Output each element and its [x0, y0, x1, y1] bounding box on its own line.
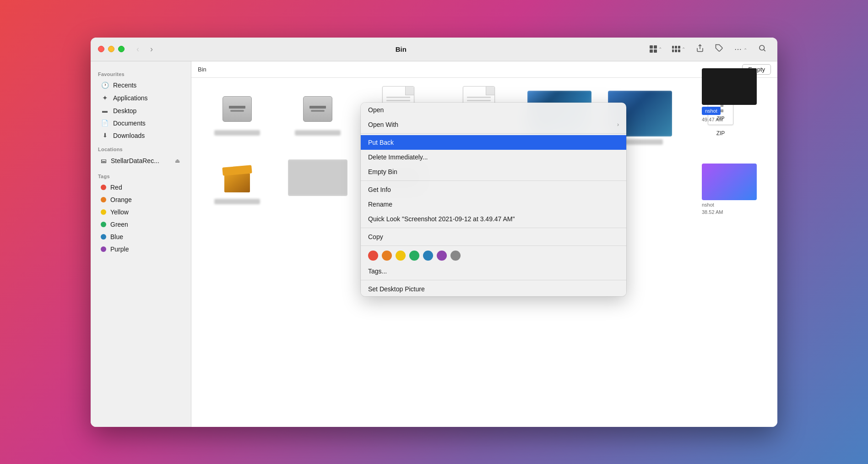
menu-item-rename[interactable]: Rename: [361, 197, 626, 212]
menu-rename-label: Rename: [368, 201, 392, 208]
right-panel: nshot 49.47 AM nshot 38.52 AM: [695, 61, 777, 427]
chevron-down-icon: ⌃: [658, 47, 662, 52]
sidebar-item-tag-orange[interactable]: Orange: [93, 194, 188, 206]
sidebar-item-tag-yellow[interactable]: Yellow: [93, 206, 188, 218]
menu-item-open[interactable]: Open: [361, 103, 626, 117]
file-item-blurred1[interactable]: [281, 156, 354, 208]
more-button[interactable]: ⋯ ⌃: [731, 43, 751, 56]
maximize-button[interactable]: [118, 46, 125, 52]
back-button[interactable]: ‹: [134, 43, 142, 56]
menu-item-empty-bin[interactable]: Empty Bin: [361, 164, 626, 179]
separator-1: [361, 133, 626, 134]
favourites-label: Favourites: [91, 67, 191, 79]
svg-point-2: [760, 45, 765, 50]
separator-4: [361, 246, 626, 246]
color-dot-red[interactable]: [368, 251, 378, 261]
sidebar-item-tag-red[interactable]: Red: [93, 181, 188, 193]
purple-tag-dot: [101, 246, 106, 252]
blur-bg-3: [288, 159, 347, 196]
sidebar-item-label: Downloads: [113, 132, 145, 139]
context-menu: Open Open With › Put Back Delete Immedia…: [361, 103, 626, 296]
sidebar-item-recents[interactable]: 🕐 Recents: [93, 79, 188, 91]
tag-icon: [715, 44, 723, 52]
color-dot-green[interactable]: [409, 251, 419, 261]
menu-set-desktop-label: Set Desktop Picture: [368, 285, 425, 293]
menu-item-copy[interactable]: Copy: [361, 229, 626, 244]
screenshot-time2: 38.52 AM: [702, 209, 770, 215]
menu-item-quick-look[interactable]: Quick Look "Screenshot 2021-09-12 at 3.4…: [361, 212, 626, 226]
close-button[interactable]: [98, 46, 104, 52]
separator-2: [361, 180, 626, 181]
chevron-down-icon-3: ⌃: [743, 48, 747, 53]
menu-item-open-with[interactable]: Open With ›: [361, 117, 626, 132]
menu-item-put-back[interactable]: Put Back: [361, 135, 626, 150]
color-dot-blue[interactable]: [423, 251, 433, 261]
separator-3: [361, 228, 626, 228]
sidebar-item-applications[interactable]: ✦ Applications: [93, 92, 188, 104]
tag-label: Yellow: [110, 208, 129, 216]
drive-slot-2: [309, 106, 326, 109]
color-dot-gray[interactable]: [450, 251, 461, 261]
menu-item-get-info[interactable]: Get Info: [361, 182, 626, 197]
tag-label: Blue: [110, 233, 123, 240]
eject-button[interactable]: ⏏: [174, 157, 181, 165]
sidebar-item-downloads[interactable]: ⬇ Downloads: [93, 130, 188, 142]
tag-label: Orange: [110, 196, 132, 203]
separator-5: [361, 280, 626, 280]
titlebar: ‹ › Bin ⌃ ⌃: [91, 38, 777, 61]
desktop-icon: ▬: [101, 108, 109, 114]
color-dot-yellow[interactable]: [396, 251, 406, 261]
gallery-view-icon: [672, 46, 680, 52]
downloads-icon: ⬇: [101, 132, 109, 139]
file-name-blurred-2: [295, 130, 341, 136]
doc-line: [467, 97, 491, 98]
package-name: [214, 199, 260, 204]
gallery-view-button[interactable]: ⌃: [669, 44, 689, 55]
minimize-button[interactable]: [108, 46, 114, 52]
documents-icon: 📄: [101, 120, 109, 126]
sidebar-item-tag-blue[interactable]: Blue: [93, 231, 188, 243]
tag-button[interactable]: [711, 42, 727, 56]
screenshot-time1: 49.47 AM: [702, 117, 770, 122]
finder-window: ‹ › Bin ⌃ ⌃: [91, 38, 777, 427]
forward-button[interactable]: ›: [147, 43, 156, 56]
menu-tags-label: Tags...: [368, 267, 387, 275]
menu-quick-look-label: Quick Look "Screenshot 2021-09-12 at 3.4…: [368, 215, 515, 223]
blur-thumbnail-3: [288, 159, 347, 196]
color-dot-purple[interactable]: [437, 251, 447, 261]
grid-view-icon: [650, 45, 657, 53]
menu-item-set-desktop[interactable]: Set Desktop Picture: [361, 282, 626, 296]
screenshot-group-1: nshot 49.47 AM: [702, 68, 770, 122]
grid-view-button[interactable]: ⌃: [646, 43, 665, 55]
sidebar-item-desktop[interactable]: ▬ Desktop: [93, 105, 188, 117]
sidebar-item-label: Applications: [113, 94, 148, 102]
screenshot-thumbnail-2: [702, 164, 757, 200]
screenshot-badge: nshot: [702, 107, 721, 115]
breadcrumb-bar: Bin Empty: [191, 61, 777, 78]
drive-slot: [229, 106, 245, 109]
sidebar-item-tag-purple[interactable]: Purple: [93, 243, 188, 255]
file-item-drive1[interactable]: [201, 87, 274, 148]
share-button[interactable]: [692, 42, 708, 56]
green-tag-dot: [101, 222, 106, 227]
window-body: Favourites 🕐 Recents ✦ Applications ▬ De…: [91, 61, 777, 427]
content-area: Bin Empty: [191, 61, 777, 427]
sidebar-item-documents[interactable]: 📄 Documents: [93, 117, 188, 129]
sidebar-item-tag-green[interactable]: Green: [93, 218, 188, 230]
menu-item-tags[interactable]: Tags...: [361, 264, 626, 278]
color-dot-orange[interactable]: [382, 251, 392, 261]
file-item-package[interactable]: [201, 156, 274, 208]
sidebar-item-stellar[interactable]: 🖴 StellarDataRec... ⏏: [93, 154, 188, 167]
applications-icon: ✦: [101, 94, 109, 102]
menu-item-delete[interactable]: Delete Immediately...: [361, 150, 626, 164]
search-button[interactable]: [754, 42, 770, 56]
sidebar-item-label: Desktop: [113, 107, 136, 115]
menu-get-info-label: Get Info: [368, 186, 391, 193]
file-item-drive2[interactable]: [281, 87, 354, 148]
svg-line-3: [764, 49, 765, 51]
tag-label: Red: [110, 184, 122, 191]
blue-tag-dot: [101, 234, 106, 240]
tags-label: Tags: [91, 169, 191, 181]
menu-delete-label: Delete Immediately...: [368, 153, 428, 161]
dark-thumbnail: [702, 68, 757, 105]
